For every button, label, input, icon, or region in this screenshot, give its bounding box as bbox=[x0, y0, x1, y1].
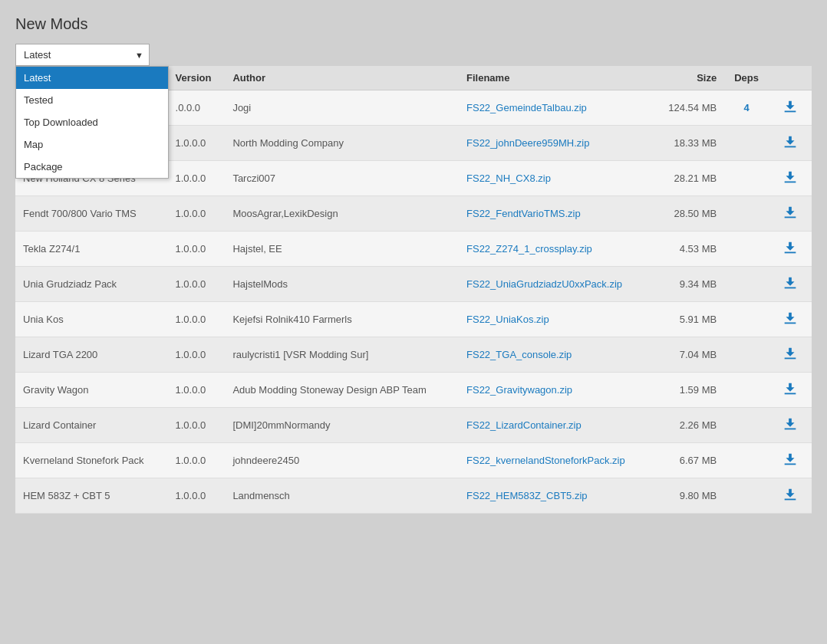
cell-size: 9.34 MB bbox=[653, 267, 724, 302]
cell-download bbox=[769, 232, 812, 267]
cell-size: 7.04 MB bbox=[653, 337, 724, 373]
filter-dropdown-wrapper: Latest ▼ Latest Tested Top Downloaded Ma… bbox=[15, 44, 150, 66]
cell-download bbox=[769, 267, 812, 302]
download-button[interactable] bbox=[779, 239, 802, 256]
cell-author: johndeere2450 bbox=[225, 443, 459, 478]
cell-deps bbox=[724, 337, 769, 373]
dropdown-trigger[interactable]: Latest ▼ bbox=[15, 44, 150, 66]
dropdown-option-map[interactable]: Map bbox=[16, 133, 168, 156]
cell-filename: FS22_Z274_1_crossplay.zip bbox=[459, 232, 653, 267]
download-button[interactable] bbox=[779, 486, 802, 503]
download-button[interactable] bbox=[779, 204, 802, 221]
table-row: HEM 583Z + CBT 51.0.0.0LandmenschFS22_HE… bbox=[15, 478, 812, 514]
col-filename: Filename bbox=[459, 66, 653, 90]
cell-deps bbox=[724, 161, 769, 196]
cell-download bbox=[769, 302, 812, 337]
download-button[interactable] bbox=[779, 98, 802, 115]
download-button[interactable] bbox=[779, 416, 802, 432]
cell-name: Kverneland Stonefork Pack bbox=[15, 443, 168, 478]
cell-name: Gravity Wagon bbox=[15, 373, 168, 408]
cell-filename: FS22_GemeindeTalbau.zip bbox=[459, 90, 653, 126]
cell-filename: FS22_NH_CX8.zip bbox=[459, 161, 653, 196]
download-button[interactable] bbox=[779, 274, 802, 291]
cell-author: raulycristi1 [VSR Modding Sur] bbox=[225, 337, 459, 373]
cell-size: 28.50 MB bbox=[653, 196, 724, 232]
cell-author: MoosAgrar,LexikDesign bbox=[225, 196, 459, 232]
table-row: Lizard Container1.0.0.0[DMI]20mmNormandy… bbox=[15, 408, 812, 443]
cell-filename: FS22_UniaGrudziadzU0xxPack.zip bbox=[459, 267, 653, 302]
cell-version: 1.0.0.0 bbox=[168, 196, 226, 232]
cell-deps bbox=[724, 232, 769, 267]
cell-author: Adub Modding Stoneway Design ABP Team bbox=[225, 373, 459, 408]
col-author: Author bbox=[225, 66, 459, 90]
table-row: Gravity Wagon1.0.0.0Adub Modding Stonewa… bbox=[15, 373, 812, 408]
cell-version: 1.0.0.0 bbox=[168, 337, 226, 373]
download-button[interactable] bbox=[779, 133, 802, 150]
table-row: Tekla Z274/11.0.0.0Hajstel, EEFS22_Z274_… bbox=[15, 232, 812, 267]
col-download bbox=[769, 66, 812, 90]
cell-deps bbox=[724, 126, 769, 161]
cell-deps bbox=[724, 478, 769, 514]
cell-download bbox=[769, 337, 812, 373]
cell-filename: FS22_Gravitywagon.zip bbox=[459, 373, 653, 408]
cell-deps bbox=[724, 408, 769, 443]
cell-deps bbox=[724, 267, 769, 302]
chevron-down-icon: ▼ bbox=[135, 51, 143, 60]
cell-name: Lizard TGA 2200 bbox=[15, 337, 168, 373]
cell-name: Unia Grudziadz Pack bbox=[15, 267, 168, 302]
dropdown-selected-label: Latest bbox=[24, 49, 51, 61]
download-button[interactable] bbox=[779, 380, 802, 397]
cell-deps bbox=[724, 196, 769, 232]
cell-filename: FS22_TGA_console.zip bbox=[459, 337, 653, 373]
cell-author: Jogi bbox=[225, 90, 459, 126]
cell-size: 1.59 MB bbox=[653, 373, 724, 408]
cell-version: 1.0.0.0 bbox=[168, 232, 226, 267]
cell-version: 1.0.0.0 bbox=[168, 408, 226, 443]
cell-download bbox=[769, 90, 812, 126]
cell-size: 2.26 MB bbox=[653, 408, 724, 443]
cell-deps bbox=[724, 373, 769, 408]
download-button[interactable] bbox=[779, 169, 802, 186]
cell-filename: FS22_UniaKos.zip bbox=[459, 302, 653, 337]
cell-deps bbox=[724, 302, 769, 337]
cell-filename: FS22_kvernelandStoneforkPack.zip bbox=[459, 443, 653, 478]
cell-download bbox=[769, 373, 812, 408]
cell-filename: FS22_FendtVarioTMS.zip bbox=[459, 196, 653, 232]
cell-download bbox=[769, 126, 812, 161]
cell-download bbox=[769, 478, 812, 514]
cell-size: 4.53 MB bbox=[653, 232, 724, 267]
table-row: Unia Grudziadz Pack1.0.0.0HajstelModsFS2… bbox=[15, 267, 812, 302]
col-deps: Deps bbox=[724, 66, 769, 90]
dropdown-option-tested[interactable]: Tested bbox=[16, 89, 168, 111]
cell-download bbox=[769, 196, 812, 232]
cell-name: Unia Kos bbox=[15, 302, 168, 337]
cell-size: 18.33 MB bbox=[653, 126, 724, 161]
cell-version: 1.0.0.0 bbox=[168, 126, 226, 161]
cell-size: 9.80 MB bbox=[653, 478, 724, 514]
cell-author: Tarczi007 bbox=[225, 161, 459, 196]
cell-author: Kejefsi Rolnik410 Farmerls bbox=[225, 302, 459, 337]
cell-name: Tekla Z274/1 bbox=[15, 232, 168, 267]
col-size: Size bbox=[653, 66, 724, 90]
dropdown-option-top-downloaded[interactable]: Top Downloaded bbox=[16, 111, 168, 133]
cell-version: 1.0.0.0 bbox=[168, 161, 226, 196]
download-button[interactable] bbox=[779, 451, 802, 468]
table-row: Lizard TGA 22001.0.0.0raulycristi1 [VSR … bbox=[15, 337, 812, 373]
cell-version: 1.0.0.0 bbox=[168, 478, 226, 514]
cell-name: Fendt 700/800 Vario TMS bbox=[15, 196, 168, 232]
dropdown-option-package[interactable]: Package bbox=[16, 156, 168, 178]
cell-version: 1.0.0.0 bbox=[168, 267, 226, 302]
cell-download bbox=[769, 408, 812, 443]
cell-download bbox=[769, 443, 812, 478]
cell-deps bbox=[724, 443, 769, 478]
table-row: Fendt 700/800 Vario TMS1.0.0.0MoosAgrar,… bbox=[15, 196, 812, 232]
download-button[interactable] bbox=[779, 310, 802, 327]
cell-filename: FS22_johnDeere959MH.zip bbox=[459, 126, 653, 161]
cell-version: .0.0.0 bbox=[168, 90, 226, 126]
cell-author: North Modding Company bbox=[225, 126, 459, 161]
col-version: Version bbox=[168, 66, 226, 90]
cell-name: HEM 583Z + CBT 5 bbox=[15, 478, 168, 514]
download-button[interactable] bbox=[779, 345, 802, 362]
dropdown-option-latest[interactable]: Latest bbox=[16, 67, 168, 89]
dropdown-menu: Latest Tested Top Downloaded Map Package bbox=[15, 66, 169, 179]
